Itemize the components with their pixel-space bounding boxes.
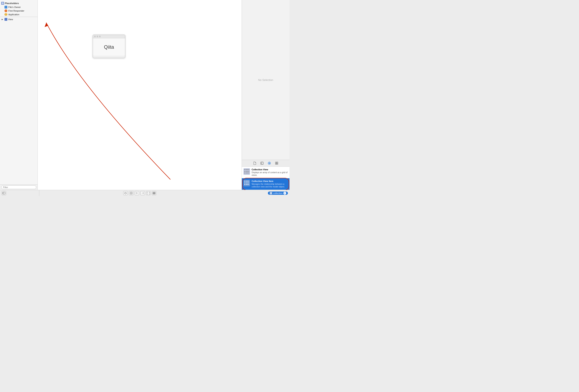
grid-dot (244, 184, 245, 185)
svg-rect-11 (3, 192, 5, 194)
traffic-light-min (97, 36, 98, 37)
collection-view-name: Collection View (252, 168, 288, 171)
grid-dot (246, 184, 246, 185)
right-panel-toolbar (242, 160, 290, 166)
sidebar-item-first-responder[interactable]: First Responder (0, 9, 37, 13)
zoom-in-icon: ⊣ (142, 192, 144, 195)
grid-dot (248, 181, 249, 181)
collection-label: collection (273, 192, 283, 194)
grid-dot (246, 181, 246, 181)
grid-dot (244, 181, 245, 181)
files-owner-label: File's Owner (8, 6, 21, 8)
grid-dot (244, 169, 245, 170)
file-icon-btn[interactable] (253, 161, 257, 165)
svg-point-6 (269, 163, 270, 164)
svg-rect-20 (154, 192, 155, 193)
grid-dot (247, 172, 248, 173)
svg-marker-2 (45, 23, 48, 27)
first-responder-label: First Responder (8, 9, 24, 12)
grid-dot (248, 172, 249, 173)
sidebar-filter (0, 184, 37, 190)
collection-icon (270, 192, 272, 195)
collection-view-item-name: Collection View Item (252, 180, 288, 182)
grid-dot (246, 169, 246, 170)
curved-arrow (38, 0, 242, 190)
svg-rect-7 (276, 162, 277, 163)
bottom-center: ⊢ ⊣ (40, 191, 239, 195)
collection-view-icon (243, 168, 250, 175)
no-selection-text: No Selection (258, 78, 273, 81)
collection-view-text: Collection View Displays an array of con… (252, 168, 288, 176)
svg-rect-19 (153, 192, 154, 193)
circle-icon-btn[interactable] (267, 161, 271, 165)
collection-badge: collection ✕ (268, 192, 288, 195)
window-title: Qiita (104, 44, 114, 50)
bottom-left (2, 190, 39, 196)
view-label: View (8, 18, 13, 21)
grid-dot (247, 171, 248, 172)
traffic-light-close (94, 36, 96, 37)
window-widget[interactable]: Qiita (93, 35, 125, 58)
right-panel-top: No Selection (242, 0, 290, 160)
application-icon (4, 13, 7, 16)
placeholders-label: Placeholders (5, 2, 19, 4)
sidebar-content: Placeholders File's Owner First Responde… (0, 0, 37, 184)
sidebar-toggle-btn[interactable] (2, 191, 6, 195)
grid-dot (247, 181, 248, 181)
window-body: Qiita (93, 38, 125, 56)
grid-dot (244, 183, 245, 183)
sidebar-item-files-owner[interactable]: File's Owner (0, 5, 37, 9)
selected-item-container: Collection View Item Manages the relatio… (242, 178, 290, 190)
grid-dot (246, 172, 246, 173)
grid-dot (247, 169, 248, 170)
svg-point-13 (125, 192, 126, 194)
list-item-collection-view-item[interactable]: Collection View Item Manages the relatio… (242, 178, 290, 190)
bottom-right: collection ✕ (240, 192, 288, 195)
application-label: Application (8, 13, 19, 16)
sidebar-item-application[interactable]: Application (0, 13, 37, 16)
placeholders-icon (1, 2, 4, 5)
zoom-out-btn[interactable]: ⊢ (135, 191, 139, 195)
view-icon (4, 18, 7, 21)
sidebar: Placeholders File's Owner First Responde… (0, 0, 38, 190)
bottom-bar: ⊢ ⊣ (0, 190, 290, 196)
grid-view-btn[interactable] (152, 191, 156, 195)
first-responder-icon (4, 9, 7, 12)
collection-view-desc: Displays an array of content as a grid o… (252, 171, 288, 176)
collection-view-item-icon (243, 180, 250, 186)
filter-input[interactable] (1, 185, 36, 189)
zoom-in-btn[interactable]: ⊣ (140, 191, 145, 195)
code-icon-btn[interactable] (260, 161, 264, 165)
svg-rect-3 (261, 162, 263, 164)
svg-rect-10 (277, 163, 278, 164)
main-layout: Placeholders File's Owner First Responde… (0, 0, 290, 190)
right-panel: No Selection (242, 0, 290, 190)
fit-page-btn[interactable] (129, 191, 134, 195)
grid-dot (244, 172, 245, 173)
svg-rect-22 (154, 193, 155, 194)
grid-dot (247, 183, 248, 183)
grid-dot (246, 183, 246, 183)
svg-rect-1 (2, 3, 3, 4)
svg-rect-8 (277, 162, 278, 163)
fit-all-btn[interactable] (146, 191, 150, 195)
svg-rect-9 (276, 163, 277, 164)
window-titlebar (93, 35, 125, 38)
grid-dot (248, 171, 249, 172)
grid-dot (247, 184, 248, 185)
files-owner-icon (4, 6, 7, 8)
list-item-collection-view[interactable]: Collection View Displays an array of con… (242, 167, 290, 178)
grid-icon-btn[interactable] (275, 161, 279, 165)
sidebar-item-view[interactable]: ▶ View (0, 17, 37, 21)
zoom-out-icon: ⊢ (136, 192, 138, 195)
collection-view-item-text: Collection View Item Manages the relatio… (252, 180, 288, 188)
grid-dot (246, 171, 246, 172)
grid-dot (244, 171, 245, 172)
expand-arrow-icon: ▶ (2, 18, 4, 20)
collection-view-item-desc: Manages the relationship between a colle… (252, 183, 288, 188)
placeholders-group-header: Placeholders (0, 1, 37, 5)
fit-width-btn[interactable] (123, 191, 128, 195)
svg-rect-21 (153, 193, 154, 194)
collection-clear-btn[interactable]: ✕ (283, 192, 286, 195)
grid-dot (248, 183, 249, 183)
